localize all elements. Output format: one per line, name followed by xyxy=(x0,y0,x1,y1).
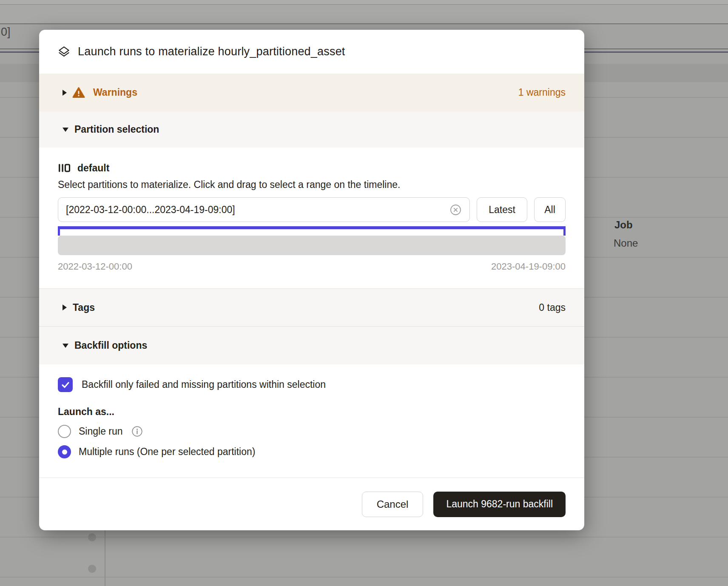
backfill-options-body: Backfill only failed and missing partiti… xyxy=(39,364,584,478)
timeline-start-date: 2022-03-12-00:00 xyxy=(58,261,132,272)
info-icon[interactable] xyxy=(131,426,143,437)
radio-unselected[interactable] xyxy=(58,425,71,438)
background-column-divider xyxy=(105,530,105,586)
partition-selection-header[interactable]: Partition selection xyxy=(39,111,584,148)
background-toolbar-band xyxy=(0,5,728,24)
partition-timeline[interactable] xyxy=(58,236,566,255)
chevron-down-icon xyxy=(63,128,68,132)
selection-range-fill xyxy=(58,226,566,229)
tags-label: Tags xyxy=(73,302,95,313)
partition-range-input[interactable]: [2022-03-12-00:00...2023-04-19-09:00] xyxy=(58,197,470,222)
selection-range-bar xyxy=(58,226,566,236)
dimension-name: default xyxy=(77,162,109,174)
dialog-footer: Cancel Launch 9682-run backfill xyxy=(39,478,584,530)
dimension-row: default xyxy=(58,160,566,176)
partition-range-value: [2022-03-12-00:00...2023-04-19-09:00] xyxy=(66,204,449,216)
tags-header[interactable]: Tags 0 tags xyxy=(39,288,584,327)
launch-backfill-button[interactable]: Launch 9682-run backfill xyxy=(433,492,566,517)
background-job-label: Job xyxy=(614,219,633,231)
backfill-only-failed-label: Backfill only failed and missing partiti… xyxy=(82,379,326,390)
backfill-only-failed-checkbox-row[interactable]: Backfill only failed and missing partiti… xyxy=(58,377,566,392)
launch-as-label: Launch as... xyxy=(58,406,566,418)
selection-range-start-tick xyxy=(58,226,60,236)
dialog-title: Launch runs to materialize hourly_partit… xyxy=(78,45,345,58)
materialize-icon xyxy=(58,46,70,58)
chevron-right-icon xyxy=(63,90,67,96)
partition-description: Select partitions to materialize. Click … xyxy=(58,179,566,191)
selection-range-end-tick xyxy=(563,226,566,236)
background-partial-text: 0] xyxy=(1,26,11,39)
partition-selection-body: default Select partitions to materialize… xyxy=(39,148,584,288)
background-top-band xyxy=(0,0,728,5)
partition-selection-label: Partition selection xyxy=(74,124,159,135)
backfill-options-label: Backfill options xyxy=(74,340,147,351)
warnings-label: Warnings xyxy=(93,87,137,98)
partition-icon xyxy=(58,162,71,174)
background-row-dot xyxy=(88,565,96,573)
multiple-runs-label: Multiple runs (One per selected partitio… xyxy=(79,446,255,458)
single-run-label: Single run xyxy=(79,426,123,437)
tags-count: 0 tags xyxy=(539,302,566,313)
dialog-header: Launch runs to materialize hourly_partit… xyxy=(39,30,584,74)
backfill-options-header[interactable]: Backfill options xyxy=(39,327,584,364)
timeline-end-date: 2023-04-19-09:00 xyxy=(491,261,566,272)
clear-icon[interactable] xyxy=(449,203,463,217)
checkbox-checked[interactable] xyxy=(58,377,73,392)
all-button[interactable]: All xyxy=(534,197,566,222)
background-job-value: None xyxy=(614,237,638,249)
warning-icon xyxy=(72,87,85,98)
warnings-count: 1 warnings xyxy=(518,87,566,98)
partition-input-row: [2022-03-12-00:00...2023-04-19-09:00] La… xyxy=(58,197,566,222)
chevron-down-icon xyxy=(63,344,68,348)
background-row-dot xyxy=(88,533,96,541)
radio-selected[interactable] xyxy=(58,445,71,458)
warnings-header[interactable]: Warnings 1 warnings xyxy=(39,74,584,111)
radio-dot xyxy=(62,449,67,455)
multiple-runs-option[interactable]: Multiple runs (One per selected partitio… xyxy=(58,445,566,458)
chevron-right-icon xyxy=(63,304,67,310)
cancel-button[interactable]: Cancel xyxy=(362,492,424,517)
timeline-date-labels: 2022-03-12-00:00 2023-04-19-09:00 xyxy=(58,261,566,272)
checkmark-icon xyxy=(60,380,71,390)
latest-button[interactable]: Latest xyxy=(477,197,527,222)
single-run-option[interactable]: Single run xyxy=(58,425,566,438)
launch-backfill-dialog: Launch runs to materialize hourly_partit… xyxy=(39,30,584,530)
